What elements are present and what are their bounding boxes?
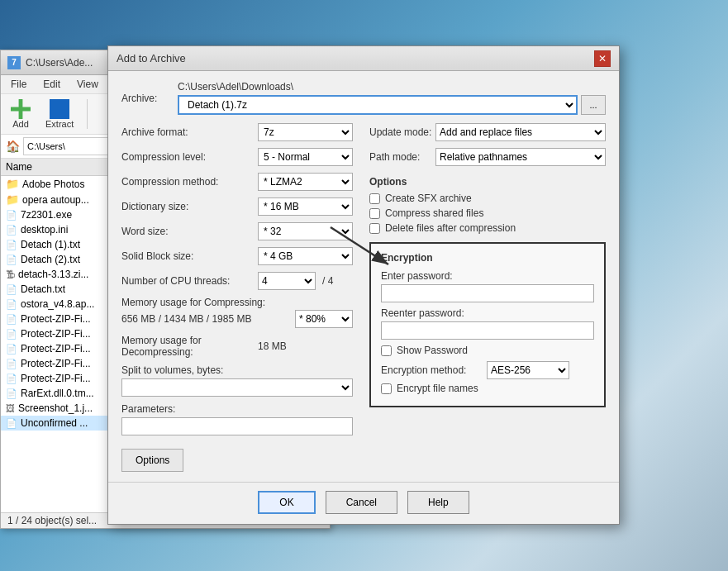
options-button[interactable]: Options bbox=[121, 449, 183, 472]
archive-format-row: Archive format: 7z bbox=[121, 123, 353, 141]
word-size-label: Word size: bbox=[121, 226, 258, 237]
extract-icon bbox=[50, 99, 69, 119]
list-item-selected[interactable]: 📄Unconfirmed ... bbox=[1, 416, 116, 431]
split-select[interactable] bbox=[121, 378, 353, 397]
options-section: Options Create SFX archive Compress shar… bbox=[369, 176, 606, 234]
list-item[interactable]: 📁Adobe Photos bbox=[1, 176, 116, 192]
cpu-threads-select[interactable]: 4 bbox=[258, 272, 316, 290]
fe-name-header: Name bbox=[1, 159, 116, 176]
list-item[interactable]: 📄ostora_v4.8.ap... bbox=[1, 297, 116, 312]
archive-format-label: Archive format: bbox=[121, 126, 258, 138]
list-item[interactable]: 📄Protect-ZIP-Fi... bbox=[1, 341, 116, 356]
fe-add-button[interactable]: Add bbox=[6, 98, 36, 131]
toolbar-divider bbox=[87, 99, 88, 129]
list-item[interactable]: 📄Protect-ZIP-Fi... bbox=[1, 326, 116, 341]
list-item[interactable]: 📄Detach.txt bbox=[1, 282, 116, 297]
file-icon: 📄 bbox=[6, 418, 17, 429]
fe-menu-view[interactable]: View bbox=[74, 77, 102, 92]
file-icon: 📄 bbox=[6, 299, 17, 310]
encrypt-names-row: Encrypt file names bbox=[381, 383, 594, 394]
list-item[interactable]: 📄Detach (1).txt bbox=[1, 237, 116, 252]
cancel-button[interactable]: Cancel bbox=[326, 491, 397, 514]
show-password-checkbox[interactable] bbox=[381, 345, 392, 356]
params-input[interactable] bbox=[121, 417, 353, 435]
file-icon: 📄 bbox=[6, 284, 17, 295]
list-item[interactable]: 📄RarExt.dll.0.tm... bbox=[1, 386, 116, 401]
list-item[interactable]: 🗜detach-3.13.zi... bbox=[1, 267, 116, 282]
compression-method-select[interactable]: * LZMA2 bbox=[258, 173, 353, 191]
delete-files-checkbox[interactable] bbox=[369, 223, 380, 234]
encryption-method-select[interactable]: AES-256 bbox=[487, 361, 569, 379]
delete-files-row: Delete files after compression bbox=[369, 222, 606, 234]
dialog-footer: OK Cancel Help bbox=[108, 482, 619, 524]
archive-path-text: C:\Users\Adel\Downloads\ bbox=[178, 81, 606, 93]
memory-pct-select[interactable]: * 80% bbox=[295, 310, 353, 328]
show-password-row: Show Password bbox=[381, 345, 594, 356]
encrypt-names-checkbox[interactable] bbox=[381, 383, 392, 394]
solid-block-select[interactable]: * 4 GB bbox=[258, 247, 353, 265]
params-row: Parameters: bbox=[121, 403, 353, 435]
memory-comp-label: Memory usage for Compressing: bbox=[121, 297, 353, 308]
archive-input[interactable]: Detach (1).7z bbox=[178, 95, 578, 115]
archive-browse-button[interactable]: ... bbox=[581, 95, 606, 115]
dialog-close-button[interactable]: ✕ bbox=[594, 50, 611, 67]
encryption-method-label: Encryption method: bbox=[381, 364, 480, 376]
list-item[interactable]: 📄Protect-ZIP-Fi... bbox=[1, 371, 116, 386]
create-sfx-checkbox[interactable] bbox=[369, 193, 380, 204]
dictionary-size-select[interactable]: * 16 MB bbox=[258, 197, 353, 216]
reenter-password-label: Reenter password: bbox=[381, 307, 594, 319]
file-icon: 📄 bbox=[6, 329, 17, 340]
split-label: Split to volumes, bytes: bbox=[121, 364, 353, 376]
path-mode-select[interactable]: Relative pathnames bbox=[435, 148, 606, 166]
archive-format-select[interactable]: 7z bbox=[258, 123, 353, 141]
archive-label: Archive: bbox=[121, 93, 171, 104]
cpu-threads-label: Number of CPU threads: bbox=[121, 275, 258, 287]
list-item[interactable]: 📄desktop.ini bbox=[1, 222, 116, 237]
compression-method-row: Compression method: * LZMA2 bbox=[121, 173, 353, 191]
enter-password-row: Enter password: bbox=[381, 270, 594, 302]
fe-extract-button[interactable]: Extract bbox=[40, 98, 79, 131]
folder-icon: 📁 bbox=[6, 178, 19, 190]
archive-icon: 🗜 bbox=[6, 269, 15, 279]
compress-shared-label: Compress shared files bbox=[385, 207, 483, 219]
list-item[interactable]: 📄Detach (2).txt bbox=[1, 252, 116, 267]
encryption-section: Encryption Enter password: Reenter passw… bbox=[369, 242, 606, 407]
file-icon: 🖼 bbox=[6, 403, 15, 413]
enter-password-input[interactable] bbox=[381, 284, 594, 302]
word-size-select[interactable]: * 32 bbox=[258, 222, 353, 240]
compress-shared-row: Compress shared files bbox=[369, 207, 606, 219]
fe-menu-file[interactable]: File bbox=[7, 77, 30, 92]
update-mode-row: Update mode: Add and replace files bbox=[369, 123, 606, 141]
file-icon: 📄 bbox=[6, 240, 17, 250]
path-icon: 🏠 bbox=[6, 140, 20, 153]
file-icon: 📄 bbox=[6, 255, 17, 265]
file-icon: 📄 bbox=[6, 314, 17, 325]
file-icon: 📄 bbox=[6, 388, 17, 399]
memory-comp-row: 656 MB / 1434 MB / 1985 MB * 80% bbox=[121, 310, 353, 328]
cpu-threads-max: / 4 bbox=[322, 275, 333, 287]
list-item[interactable]: 🖼Screenshot_1.j... bbox=[1, 401, 116, 416]
reenter-password-input[interactable] bbox=[381, 321, 594, 340]
path-mode-label: Path mode: bbox=[369, 151, 435, 163]
dictionary-size-row: Dictionary size: * 16 MB bbox=[121, 197, 353, 216]
list-item[interactable]: 📄Protect-ZIP-Fi... bbox=[1, 312, 116, 326]
file-icon: 📄 bbox=[6, 344, 17, 354]
ok-button[interactable]: OK bbox=[258, 491, 315, 514]
update-mode-select[interactable]: Add and replace files bbox=[435, 123, 606, 141]
reenter-password-row: Reenter password: bbox=[381, 307, 594, 340]
fe-menu-edit[interactable]: Edit bbox=[40, 77, 64, 92]
list-item[interactable]: 📄Protect-ZIP-Fi... bbox=[1, 356, 116, 371]
dialog-titlebar: Add to Archive ✕ bbox=[108, 46, 619, 71]
split-row: Split to volumes, bytes: bbox=[121, 364, 353, 397]
dialog-title: Add to Archive bbox=[117, 52, 594, 64]
help-button[interactable]: Help bbox=[407, 491, 469, 514]
update-mode-label: Update mode: bbox=[369, 126, 435, 138]
compression-level-select[interactable]: 5 - Normal bbox=[258, 148, 353, 166]
word-size-row: Word size: * 32 bbox=[121, 222, 353, 240]
fe-names-column: Name 📁Adobe Photos 📁opera autoup... 📄7z2… bbox=[1, 159, 117, 431]
compress-shared-checkbox[interactable] bbox=[369, 208, 380, 219]
memory-decomp-row: Memory usage for Decompressing: 18 MB bbox=[121, 335, 353, 358]
list-item[interactable]: 📄7z2301.exe bbox=[1, 207, 116, 222]
file-icon: 📄 bbox=[6, 210, 17, 221]
list-item[interactable]: 📁opera autoup... bbox=[1, 192, 116, 207]
